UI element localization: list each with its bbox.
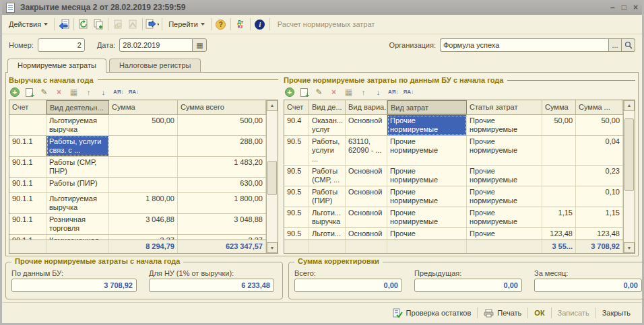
vertical-scrollbar[interactable]: ▲▼	[266, 100, 278, 253]
column-header[interactable]: Статья затрат	[467, 100, 542, 114]
column-header[interactable]: Сумма всего	[178, 100, 266, 114]
table-cell[interactable]: Прочие нормируемые	[387, 166, 467, 186]
table-cell[interactable]: Прочие нормируемые	[387, 136, 467, 165]
scrollbar-thumb[interactable]	[624, 118, 634, 190]
scrollbar-thumb[interactable]	[267, 161, 277, 195]
table-cell[interactable]: Прочие нормируемые	[467, 207, 542, 227]
table-cell[interactable]: Работы (СМР, ...	[309, 166, 346, 186]
column-header[interactable]: Вид затрат	[387, 100, 467, 114]
table-cell[interactable]: 1 800,00	[178, 193, 266, 213]
help-icon[interactable]: ?	[214, 17, 228, 31]
table-cell[interactable]: Основной	[346, 207, 387, 227]
bu-value-field[interactable]: 3 708,92	[11, 279, 137, 292]
goto-menu[interactable]: Перейти	[164, 19, 209, 30]
table-cell[interactable]: Прочие нормируемые	[467, 186, 542, 207]
tab-normiruemye-zatraty[interactable]: Нормируемые затраты	[7, 59, 106, 73]
move-down-icon[interactable]: ↓	[373, 87, 383, 98]
move-up-icon[interactable]: ↑	[358, 87, 368, 98]
sort-desc-icon[interactable]: ЯА↓	[129, 87, 139, 98]
table-cell[interactable]: Льготируемая выручка	[46, 193, 109, 213]
number-field[interactable]: 2	[38, 38, 85, 52]
organization-field[interactable]: Формула успеха	[440, 38, 608, 52]
table-cell[interactable]: 3 046,88	[109, 214, 178, 234]
table-cell[interactable]: 123,48	[576, 228, 623, 240]
table-cell[interactable]: 90.1.1	[9, 178, 46, 192]
table-cell[interactable]: Работы, услуги ...	[309, 136, 346, 165]
table-cell[interactable]: Прочие нормируемые ...	[467, 228, 542, 240]
month-value-field[interactable]: 0,00	[534, 279, 642, 292]
table-cell[interactable]: Льготируемая выручка	[46, 115, 109, 135]
table-cell[interactable]	[109, 157, 178, 177]
total-value-field[interactable]: 0,00	[294, 279, 402, 292]
table-cell[interactable]: 90.5	[284, 186, 309, 207]
dtkt-postings-icon[interactable]: ДтКт	[234, 17, 247, 31]
move-down-icon[interactable]: ↓	[98, 87, 108, 98]
end-edit-icon[interactable]: ▦	[344, 87, 354, 98]
table-cell[interactable]	[542, 186, 576, 207]
column-header[interactable]: Вид де...	[309, 100, 346, 114]
minimize-icon[interactable]: –	[610, 3, 615, 12]
print-button[interactable]: Печать	[478, 307, 527, 320]
table-cell[interactable]: Прочие нормируемые	[467, 136, 542, 165]
table-cell[interactable]: 90.1.1	[9, 193, 46, 213]
add-row-icon[interactable]: +	[10, 87, 20, 97]
post-document-icon[interactable]	[111, 17, 125, 31]
table-cell[interactable]: 3 048,88	[178, 214, 266, 234]
scroll-up-icon[interactable]: ▲	[267, 100, 278, 111]
delete-row-icon[interactable]: ×	[329, 87, 339, 98]
table-cell[interactable]: 1,15	[542, 207, 576, 227]
table-cell[interactable]: 0,23	[576, 166, 623, 186]
table-cell[interactable]: 90.4	[284, 115, 309, 135]
table-cell[interactable]: 0,04	[576, 136, 623, 165]
table-cell[interactable]: Основной	[346, 228, 387, 240]
table-cell[interactable]: 1 800,00	[109, 193, 178, 213]
table-cell[interactable]: Основной	[346, 115, 387, 135]
table-cell[interactable]: 500,00	[109, 115, 178, 135]
table-cell[interactable]	[109, 136, 178, 156]
table-cell[interactable]: Прочие нормируемые	[467, 115, 542, 135]
table-cell[interactable]: 63110, 62090 - ...	[346, 136, 387, 165]
table-cell[interactable]: 90.5	[284, 228, 309, 240]
table-cell[interactable]: Льготи... выручка	[309, 228, 346, 240]
table-cell[interactable]: 0,10	[576, 186, 623, 207]
table-cell[interactable]: Прочие нормируемые	[387, 186, 467, 207]
scroll-down-icon[interactable]: ▼	[624, 242, 635, 253]
info-icon[interactable]: i	[253, 17, 267, 31]
close-button[interactable]: Закрыть	[596, 307, 637, 319]
table-cell[interactable]: Розничная торговля	[46, 214, 109, 234]
table-cell[interactable]	[109, 178, 178, 192]
table-cell[interactable]: Работы (ПИР)	[46, 178, 109, 192]
edit-row-icon[interactable]: ✎	[39, 87, 49, 98]
move-up-icon[interactable]: ↑	[84, 87, 94, 98]
table-cell[interactable]: Прочие нормируемые	[387, 115, 467, 135]
unpost-document-icon[interactable]	[126, 17, 139, 31]
column-header[interactable]: Счет	[9, 100, 46, 114]
table-cell[interactable]: Основной	[346, 186, 387, 207]
table-cell[interactable]: 3,37	[178, 235, 266, 240]
table-cell[interactable]: 3,37	[109, 235, 178, 240]
edit-row-icon[interactable]: ✎	[314, 87, 324, 98]
sort-desc-icon[interactable]: ЯА↓	[404, 87, 414, 98]
table-cell[interactable]: 123,48	[542, 228, 576, 240]
copy-document-icon[interactable]	[92, 17, 105, 31]
table-cell[interactable]: 50,00	[542, 115, 576, 135]
maximize-icon[interactable]: □	[622, 3, 626, 12]
copy-row-icon[interactable]	[299, 87, 309, 98]
copy-row-icon[interactable]	[24, 87, 34, 98]
scroll-down-icon[interactable]: ▼	[267, 242, 278, 253]
nu-value-field[interactable]: 6 233,48	[149, 279, 274, 292]
table-cell[interactable]: 500,00	[178, 115, 266, 135]
reread-document-icon[interactable]	[57, 17, 71, 31]
end-edit-icon[interactable]: ▦	[69, 87, 79, 98]
table-cell[interactable]: 288,00	[178, 136, 266, 156]
magnifier-icon[interactable]	[622, 38, 635, 52]
table-cell[interactable]: 90.5	[284, 166, 309, 186]
choose-button[interactable]: ...	[608, 38, 622, 52]
output-list-icon[interactable]	[146, 17, 159, 31]
calc-normir-costs-button[interactable]: Расчет нормируемых затрат	[278, 20, 375, 28]
scroll-up-icon[interactable]: ▲	[624, 100, 635, 111]
table-cell[interactable]: Работы, услуги связ. с ...	[46, 136, 109, 156]
table-cell[interactable]: 90.5	[284, 207, 309, 227]
table-cell[interactable]: 90.1.1	[9, 214, 46, 234]
table-cell[interactable]: 1 483,20	[178, 157, 266, 177]
